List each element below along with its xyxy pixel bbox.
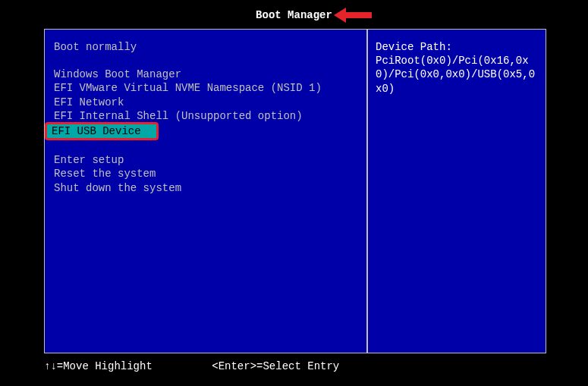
boot-menu-panel: Boot normally Windows Boot Manager EFI V… xyxy=(44,29,367,353)
menu-windows-boot-manager[interactable]: Windows Boot Manager xyxy=(52,67,359,81)
page-title: Boot Manager xyxy=(0,9,588,21)
device-path-panel: Device Path: PciRoot(0x0)/Pci(0x16,0x0)/… xyxy=(367,29,546,353)
menu-efi-nvme[interactable]: EFI VMware Virtual NVME Namespace (NSID … xyxy=(52,81,359,95)
help-bar: ↑↓=Move Highlight <Enter>=Select Entry xyxy=(44,360,547,372)
menu-reset-system[interactable]: Reset the system xyxy=(52,167,359,180)
help-move-highlight: ↑↓=Move Highlight xyxy=(44,360,153,372)
menu-efi-usb-selected[interactable]: EFI USB Device xyxy=(47,124,156,138)
menu-boot-normally[interactable]: Boot normally xyxy=(52,40,359,54)
menu-enter-setup[interactable]: Enter setup xyxy=(52,153,359,167)
spacer xyxy=(52,140,359,153)
boot-manager-screen: Boot Manager Boot normally Windows Boot … xyxy=(0,0,588,386)
annotation-highlight-box: EFI USB Device xyxy=(45,122,159,140)
spacer xyxy=(52,54,359,67)
help-select-entry: <Enter>=Select Entry xyxy=(212,360,339,372)
annotation-arrow-icon xyxy=(334,8,372,23)
svg-marker-0 xyxy=(334,8,372,23)
menu-shutdown-system[interactable]: Shut down the system xyxy=(52,181,359,195)
device-path-label: Device Path: xyxy=(376,40,538,54)
boot-menu-list: Boot normally Windows Boot Manager EFI V… xyxy=(45,30,366,206)
menu-efi-network[interactable]: EFI Network xyxy=(52,96,359,109)
menu-efi-shell[interactable]: EFI Internal Shell (Unsupported option) xyxy=(52,109,359,123)
device-path-value: PciRoot(0x0)/Pci(0x16,0x0)/Pci(0x0,0x0)/… xyxy=(376,54,538,96)
